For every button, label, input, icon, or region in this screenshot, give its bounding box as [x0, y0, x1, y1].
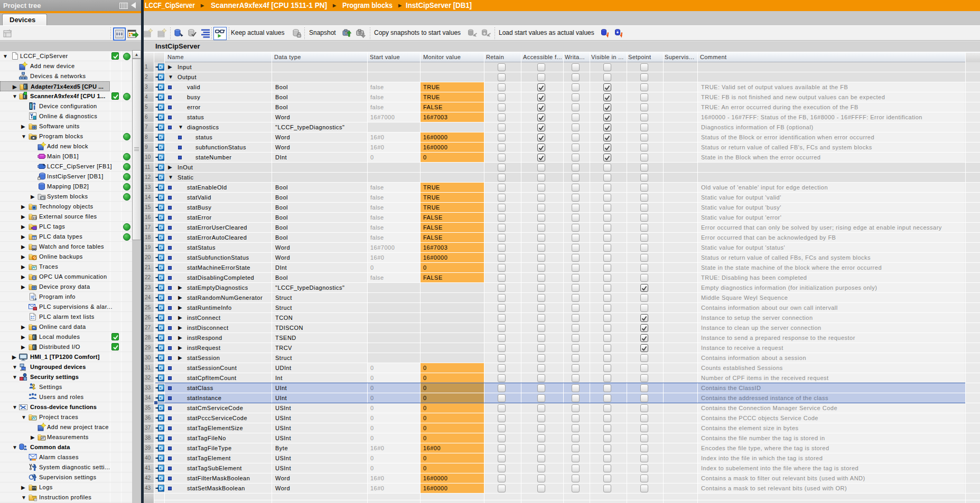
svg-text:10: 10: [33, 298, 37, 301]
svg-text:01: 01: [33, 216, 37, 220]
